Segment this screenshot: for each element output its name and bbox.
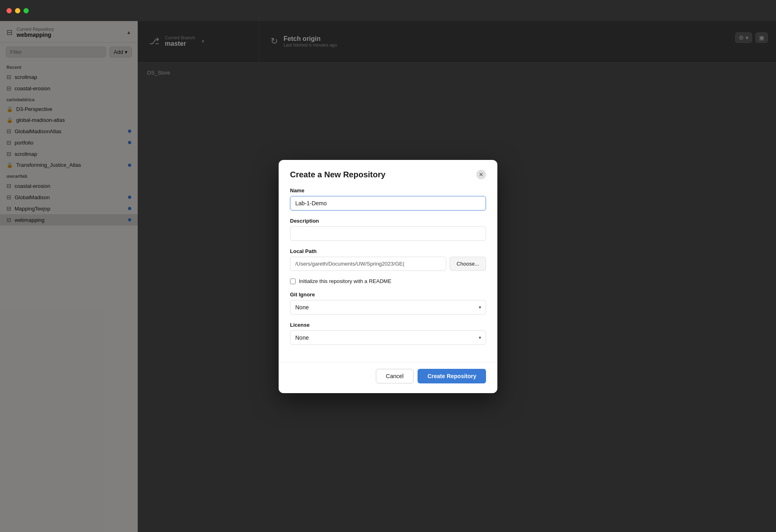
name-label: Name	[290, 187, 486, 194]
local-path-label: Local Path	[290, 248, 486, 254]
create-repository-button[interactable]: Create Repository	[418, 369, 486, 383]
gitignore-field-group: Git Ignore None ▾	[290, 292, 486, 315]
minimize-button[interactable]	[15, 8, 20, 13]
main-content: ⎇ Current Branch master ▾ ↻ Fetch origin…	[138, 21, 776, 532]
description-input[interactable]	[290, 226, 486, 241]
dialog-footer: Cancel Create Repository	[279, 362, 497, 393]
local-path-input[interactable]	[290, 257, 446, 271]
dialog-title: Create a New Repository	[290, 170, 386, 179]
license-select[interactable]: None	[290, 330, 486, 345]
choose-button[interactable]: Choose...	[450, 257, 486, 271]
gitignore-label: Git Ignore	[290, 292, 486, 298]
titlebar	[0, 0, 776, 21]
name-input[interactable]	[290, 196, 486, 211]
local-path-field-group: Local Path Choose...	[290, 248, 486, 271]
modal-overlay: Create a New Repository ✕ Name Descripti…	[0, 21, 776, 532]
create-repo-dialog: Create a New Repository ✕ Name Descripti…	[279, 160, 497, 393]
readme-checkbox-group: Initialize this repository with a README	[290, 278, 486, 284]
maximize-button[interactable]	[23, 8, 29, 13]
license-label: License	[290, 322, 486, 328]
description-field-group: Description	[290, 218, 486, 241]
dialog-body: Name Description Local Path Choose...	[279, 179, 497, 362]
name-field-group: Name	[290, 187, 486, 211]
description-label: Description	[290, 218, 486, 224]
gitignore-select-wrapper: None ▾	[290, 300, 486, 315]
gitignore-select[interactable]: None	[290, 300, 486, 315]
traffic-lights	[6, 8, 29, 13]
cancel-button[interactable]: Cancel	[376, 369, 414, 383]
license-field-group: License None ▾	[290, 322, 486, 345]
readme-checkbox-label: Initialize this repository with a README	[299, 278, 391, 284]
dialog-close-button[interactable]: ✕	[476, 170, 486, 179]
readme-checkbox[interactable]	[290, 279, 296, 284]
close-button[interactable]	[6, 8, 12, 13]
license-select-wrapper: None ▾	[290, 330, 486, 345]
dialog-header: Create a New Repository ✕	[279, 160, 497, 179]
local-path-row: Choose...	[290, 257, 486, 271]
app-container: ⊟ Current Repository webmapping ▲ Add ▾ …	[0, 21, 776, 532]
